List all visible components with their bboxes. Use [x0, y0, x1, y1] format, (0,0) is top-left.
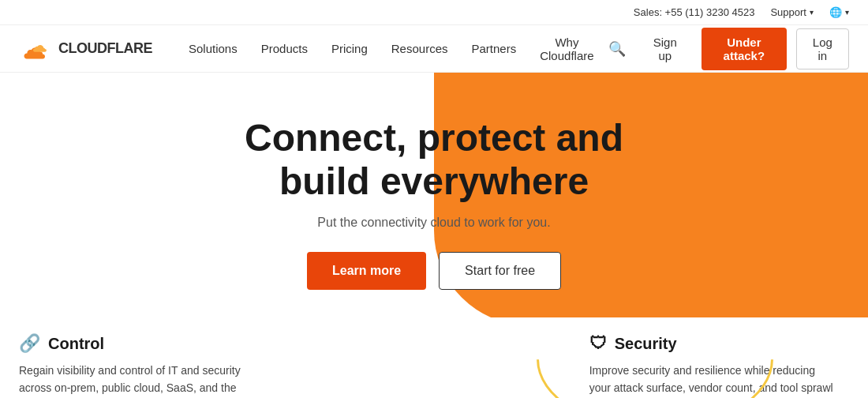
hero-section: Connect, protect andbuild everywhere Put…: [0, 73, 868, 317]
support-label: Support: [770, 6, 806, 18]
search-button[interactable]: 🔍: [605, 37, 629, 61]
nav-right: 🔍 Sign up Under attack? Log in: [605, 28, 849, 70]
nav-solutions[interactable]: Solutions: [178, 36, 249, 62]
hero-title: Connect, protect andbuild everywhere: [245, 116, 623, 203]
under-attack-button[interactable]: Under attack?: [702, 28, 787, 70]
hero-content: Connect, protect andbuild everywhere Put…: [229, 77, 639, 314]
signup-button[interactable]: Sign up: [638, 29, 692, 69]
feature-security-text: Improve security and resilience while re…: [589, 362, 836, 397]
features-section: 🔗 Control Regain visibility and control …: [0, 317, 868, 398]
feature-control: 🔗 Control Regain visibility and control …: [19, 333, 279, 398]
nav-pricing[interactable]: Pricing: [320, 36, 379, 62]
navbar: CLOUDFLARE Solutions Products Pricing Re…: [0, 25, 868, 73]
search-icon: 🔍: [608, 41, 626, 57]
support-button[interactable]: Support ▾: [770, 6, 814, 18]
feature-control-text: Regain visibility and control of IT and …: [19, 362, 266, 398]
nav-why-cloudflare[interactable]: Why Cloudflare: [529, 29, 604, 69]
control-icon: 🔗: [19, 333, 40, 354]
support-chevron-icon: ▾: [810, 8, 814, 17]
start-for-free-button[interactable]: Start for free: [439, 252, 561, 290]
nav-links: Solutions Products Pricing Resources Par…: [178, 29, 605, 69]
feature-security: 🛡 Security Improve security and resilien…: [589, 333, 849, 398]
hero-buttons: Learn more Start for free: [245, 252, 623, 290]
logo-text: CLOUDFLARE: [58, 40, 152, 57]
nav-products[interactable]: Products: [250, 36, 319, 62]
globe-icon: 🌐: [829, 6, 842, 18]
feature-control-title: 🔗 Control: [19, 333, 266, 354]
feature-control-label: Control: [48, 335, 104, 353]
hero-subtitle: Put the connectivity cloud to work for y…: [245, 216, 623, 230]
feature-security-title: 🛡 Security: [589, 333, 836, 354]
logo[interactable]: CLOUDFLARE: [19, 39, 152, 59]
feature-security-label: Security: [615, 335, 677, 353]
nav-partners[interactable]: Partners: [460, 36, 527, 62]
sales-info: Sales: +55 (11) 3230 4523: [634, 6, 755, 18]
nav-resources[interactable]: Resources: [380, 36, 459, 62]
security-icon: 🛡: [589, 333, 607, 354]
learn-more-button[interactable]: Learn more: [307, 252, 426, 290]
top-bar: Sales: +55 (11) 3230 4523 Support ▾ 🌐 ▾: [0, 0, 868, 25]
globe-chevron-icon: ▾: [845, 8, 849, 17]
login-button[interactable]: Log in: [796, 28, 849, 69]
globe-language-button[interactable]: 🌐 ▾: [829, 6, 849, 18]
cloudflare-logo-icon: [19, 39, 52, 59]
